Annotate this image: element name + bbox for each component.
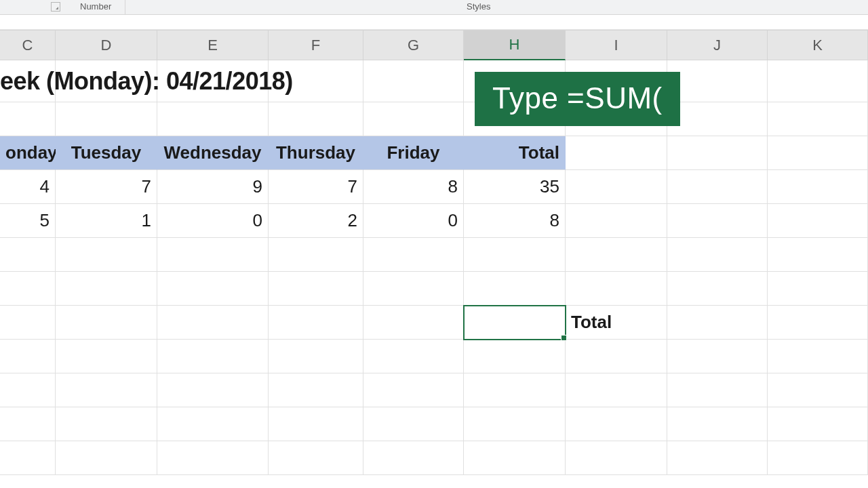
- cell[interactable]: [566, 136, 667, 170]
- cell[interactable]: 0: [363, 204, 464, 238]
- cell[interactable]: [667, 306, 768, 340]
- cell[interactable]: [363, 407, 464, 441]
- cell[interactable]: [768, 102, 868, 136]
- cell[interactable]: [56, 60, 157, 102]
- cell[interactable]: [768, 136, 868, 170]
- cell[interactable]: [464, 340, 566, 373]
- cell[interactable]: [269, 306, 363, 340]
- table-header[interactable]: Friday: [363, 136, 464, 170]
- cell[interactable]: [768, 306, 868, 340]
- cell[interactable]: [0, 306, 56, 340]
- cell[interactable]: [56, 306, 157, 340]
- cell[interactable]: [566, 170, 667, 204]
- cell[interactable]: [0, 238, 56, 272]
- cell[interactable]: [667, 373, 768, 407]
- cell[interactable]: [667, 441, 768, 475]
- cell[interactable]: 5: [0, 204, 56, 238]
- cell[interactable]: [464, 441, 566, 475]
- column-header-g[interactable]: G: [363, 30, 464, 60]
- cell[interactable]: [56, 373, 157, 407]
- cell[interactable]: [667, 340, 768, 373]
- cell[interactable]: [0, 407, 56, 441]
- cell[interactable]: [667, 407, 768, 441]
- cell[interactable]: [0, 340, 56, 373]
- table-header[interactable]: Wednesday: [157, 136, 269, 170]
- table-header[interactable]: onday: [0, 136, 56, 170]
- cell[interactable]: [464, 238, 566, 272]
- cell[interactable]: [566, 373, 667, 407]
- cell[interactable]: [566, 441, 667, 475]
- cell[interactable]: [56, 340, 157, 373]
- cell[interactable]: [157, 340, 269, 373]
- cell[interactable]: [768, 373, 868, 407]
- cell[interactable]: [768, 238, 868, 272]
- cell[interactable]: [0, 102, 56, 136]
- cell[interactable]: eek (Monday): 04/21/2018): [0, 60, 56, 102]
- total-label-cell[interactable]: Total: [566, 306, 667, 340]
- table-header[interactable]: Tuesday: [56, 136, 157, 170]
- cell[interactable]: 2: [269, 204, 363, 238]
- column-header-i[interactable]: I: [566, 30, 667, 60]
- cell[interactable]: 7: [269, 170, 363, 204]
- cell[interactable]: [56, 441, 157, 475]
- cell[interactable]: 4: [0, 170, 56, 204]
- table-header[interactable]: Thursday: [269, 136, 363, 170]
- cell[interactable]: [157, 441, 269, 475]
- cell[interactable]: [363, 441, 464, 475]
- cell[interactable]: [566, 204, 667, 238]
- cell[interactable]: [269, 238, 363, 272]
- cell[interactable]: [363, 272, 464, 306]
- cell[interactable]: [269, 340, 363, 373]
- cell[interactable]: [768, 340, 868, 373]
- cell[interactable]: [56, 102, 157, 136]
- cell[interactable]: [157, 102, 269, 136]
- cell[interactable]: [768, 170, 868, 204]
- cell[interactable]: [0, 441, 56, 475]
- column-header-e[interactable]: E: [157, 30, 269, 60]
- cell[interactable]: [56, 407, 157, 441]
- cell[interactable]: 8: [464, 204, 566, 238]
- cell[interactable]: [363, 60, 464, 102]
- cell[interactable]: [768, 407, 868, 441]
- cell[interactable]: [157, 407, 269, 441]
- column-header-j[interactable]: J: [667, 30, 768, 60]
- worksheet[interactable]: C D E F G H I J K eek (Monday): 04/21/20…: [0, 30, 868, 475]
- dialog-launcher-icon[interactable]: [51, 2, 60, 12]
- cell[interactable]: [269, 373, 363, 407]
- cell[interactable]: [768, 60, 868, 102]
- cell[interactable]: [157, 238, 269, 272]
- cell[interactable]: [363, 373, 464, 407]
- cell[interactable]: [566, 272, 667, 306]
- cell[interactable]: [269, 102, 363, 136]
- cell[interactable]: [667, 60, 768, 102]
- cell[interactable]: [667, 102, 768, 136]
- cell[interactable]: [157, 373, 269, 407]
- cell[interactable]: [56, 272, 157, 306]
- grid[interactable]: eek (Monday): 04/21/2018) onday: [0, 60, 868, 475]
- cell[interactable]: [363, 238, 464, 272]
- cell[interactable]: [269, 441, 363, 475]
- cell[interactable]: 9: [157, 170, 269, 204]
- cell[interactable]: [269, 407, 363, 441]
- cell[interactable]: [667, 204, 768, 238]
- cell[interactable]: [56, 238, 157, 272]
- cell[interactable]: [363, 102, 464, 136]
- cell[interactable]: [768, 441, 868, 475]
- cell[interactable]: [566, 238, 667, 272]
- active-cell[interactable]: [464, 306, 566, 340]
- cell[interactable]: [363, 340, 464, 373]
- cell[interactable]: [464, 373, 566, 407]
- cell[interactable]: [667, 272, 768, 306]
- cell[interactable]: [667, 136, 768, 170]
- cell[interactable]: [0, 373, 56, 407]
- cell[interactable]: [667, 238, 768, 272]
- cell[interactable]: [363, 306, 464, 340]
- cell[interactable]: [768, 272, 868, 306]
- cell[interactable]: [269, 60, 363, 102]
- cell[interactable]: 35: [464, 170, 566, 204]
- cell[interactable]: 7: [56, 170, 157, 204]
- cell[interactable]: [0, 272, 56, 306]
- cell[interactable]: 1: [56, 204, 157, 238]
- cell[interactable]: [667, 170, 768, 204]
- column-header-k[interactable]: K: [768, 30, 868, 60]
